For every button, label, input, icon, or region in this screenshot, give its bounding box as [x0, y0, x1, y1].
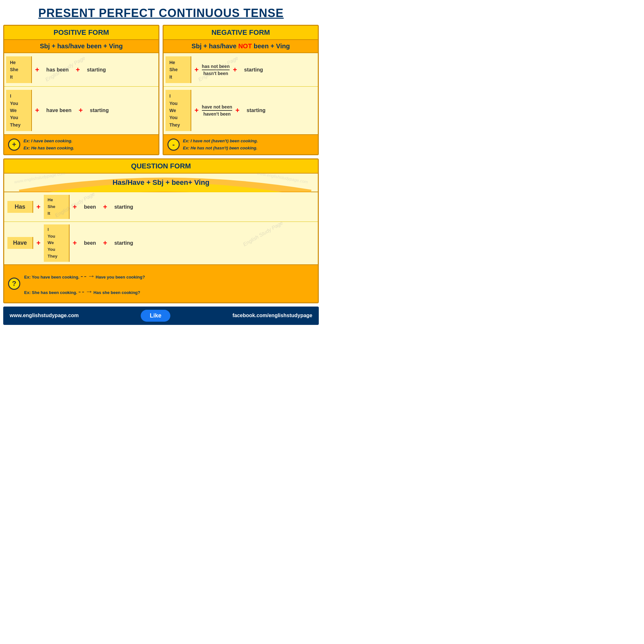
- positive-plus-1: +: [32, 66, 43, 74]
- negative-subjects-1: He She It: [166, 56, 191, 83]
- positive-example-text: Ex: I have been cooking. Ex: He has been…: [24, 137, 74, 152]
- question-example-text: Ex: You have been cooking. - - → Have yo…: [24, 268, 145, 299]
- positive-verb-2: have been: [43, 105, 75, 116]
- negative-examples: - Ex: I have not (haven't) been cooking.…: [164, 134, 318, 154]
- footer-bar: www.englishstudypage.com Like facebook.c…: [3, 307, 319, 325]
- negative-example-text: Ex: I have not (haven't) been cooking. E…: [183, 137, 258, 152]
- positive-plus-2: +: [72, 66, 83, 74]
- negative-gerund-1: starting: [240, 64, 267, 75]
- q-plus-2: +: [70, 203, 80, 211]
- negative-verb-stack-2: have not been haven't been: [202, 104, 232, 117]
- q-plus-1: +: [33, 203, 44, 211]
- positive-examples: + Ex: I have been cooking. Ex: He has be…: [4, 134, 158, 154]
- negative-plus-3: +: [191, 106, 202, 115]
- q-subjects-2: I You We You They: [44, 224, 70, 262]
- question-formula: Has/Have + Sbj + been+ Ving: [7, 177, 315, 188]
- positive-form-box: POSITIVE FORM Sbj + has/have been + Ving…: [3, 25, 159, 155]
- positive-subjects-1: He She It: [6, 56, 32, 83]
- question-row-has: Has + He She It + been + starting: [4, 192, 318, 222]
- q-subjects-1: He She It: [44, 195, 70, 219]
- question-formula-wrapper: www.englishstudypage.com www.englishstud…: [4, 174, 318, 192]
- negative-gerund-2: starting: [243, 105, 270, 116]
- positive-gerund-2: starting: [86, 105, 113, 116]
- negative-plus-2: +: [230, 66, 240, 74]
- negative-sign-circle: -: [167, 138, 180, 151]
- question-examples: ? Ex: You have been cooking. - - → Have …: [4, 264, 318, 302]
- question-form-box: QUESTION FORM www.englishstudypage.com w…: [3, 158, 319, 303]
- q-plus-4: +: [33, 239, 44, 247]
- negative-plus-4: +: [232, 106, 243, 115]
- q-plus-3: +: [100, 203, 110, 211]
- footer-left-url: www.englishstudypage.com: [10, 313, 79, 318]
- q-plus-5: +: [70, 239, 80, 247]
- positive-subjects-2: I You We You They: [6, 90, 32, 131]
- positive-verb-1: has been: [43, 64, 72, 75]
- footer-right-url: facebook.com/englishstudypage: [232, 313, 312, 318]
- negative-verb-stack-1: has not been hasn't been: [202, 64, 230, 76]
- positive-formula: Sbj + has/have been + Ving: [4, 40, 158, 53]
- q-gerund-1: starting: [110, 202, 137, 212]
- positive-form-title: POSITIVE FORM: [4, 26, 158, 40]
- q-plus-6: +: [100, 239, 110, 247]
- like-button[interactable]: Like: [141, 310, 170, 322]
- question-row-have: Have + I You We You They + been + starti…: [4, 222, 318, 264]
- question-form-title: QUESTION FORM: [4, 159, 318, 174]
- q-aux-have: Have: [7, 237, 33, 249]
- negative-formula: Sbj + has/have NOT been + Ving: [164, 40, 318, 53]
- negative-plus-1: +: [191, 66, 202, 74]
- positive-plus-3: +: [32, 106, 43, 115]
- negative-form-box: NEGATIVE FORM Sbj + has/have NOT been + …: [163, 25, 319, 155]
- question-conj-table: English Study Page English Study Page Ha…: [4, 192, 318, 264]
- question-sign-circle: ?: [8, 278, 20, 290]
- negative-form-title: NEGATIVE FORM: [164, 26, 318, 40]
- q-been-2: been: [80, 238, 100, 248]
- positive-sign-circle: +: [8, 138, 20, 151]
- q-aux-has: Has: [7, 201, 33, 213]
- q-been-1: been: [80, 202, 100, 212]
- positive-plus-4: +: [75, 106, 86, 115]
- positive-gerund-1: starting: [83, 64, 110, 75]
- page-title: PRESENT PERFECT CONTINUOUS TENSE: [3, 3, 319, 25]
- negative-subjects-2: I You We You They: [166, 90, 191, 131]
- q-gerund-2: starting: [110, 238, 137, 248]
